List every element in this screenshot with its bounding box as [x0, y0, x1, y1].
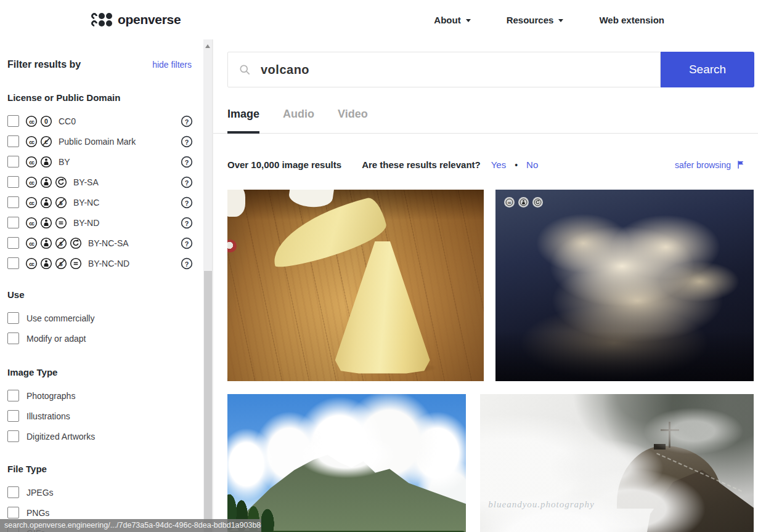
cc-icon	[504, 197, 515, 208]
result-image-volcano-landscape[interactable]	[227, 394, 466, 532]
help-icon[interactable]	[181, 135, 193, 148]
use-filter-list: Use commercially Modify or adapt	[7, 308, 203, 349]
openverse-logo[interactable]: openverse	[91, 12, 181, 27]
hide-filters-link[interactable]: hide filters	[152, 60, 192, 70]
nav-resources[interactable]: Resources	[507, 15, 564, 25]
attribution-icon	[40, 196, 52, 209]
license-icons	[25, 196, 67, 209]
cc-icon	[25, 115, 38, 127]
license-icons	[25, 135, 52, 148]
image-type-heading: Image Type	[7, 367, 203, 377]
cc-icon	[25, 156, 38, 168]
zero-icon	[40, 115, 52, 127]
sidebar-scrollbar[interactable]	[203, 39, 213, 532]
filters-title: Filter results by	[7, 59, 81, 70]
relevant-no-link[interactable]: No	[526, 159, 538, 170]
tab-image[interactable]: Image	[227, 108, 259, 133]
result-image-misty-summit[interactable]: blueandyou.photography	[480, 394, 754, 532]
use-commercially-checkbox[interactable]	[7, 312, 19, 324]
by-checkbox[interactable]	[7, 156, 19, 167]
pngs-checkbox[interactable]	[7, 507, 19, 518]
chevron-down-icon	[466, 19, 471, 22]
scrollbar-up-arrow-icon[interactable]	[205, 44, 210, 48]
chevron-down-icon	[558, 19, 563, 22]
help-icon[interactable]	[181, 196, 193, 209]
media-type-tabs: Image Audio Video	[213, 108, 758, 134]
relevant-yes-link[interactable]: Yes	[491, 159, 506, 170]
filter-row-by[interactable]: BY	[7, 151, 203, 172]
filter-row-digitized-artworks[interactable]: Digitized Artworks	[7, 426, 203, 446]
cc-icon	[25, 237, 38, 249]
help-icon[interactable]	[181, 217, 193, 229]
modify-adapt-checkbox[interactable]	[7, 332, 19, 344]
tab-video[interactable]: Video	[338, 108, 368, 133]
search-box[interactable]	[227, 52, 661, 87]
by-nc-checkbox[interactable]	[7, 196, 19, 208]
filter-row-photographs[interactable]: Photographs	[7, 385, 203, 406]
license-icons	[25, 176, 67, 188]
search-input[interactable]	[261, 63, 660, 77]
flag-icon	[736, 160, 746, 169]
nav-web-extension[interactable]: Web extension	[599, 15, 664, 25]
attribution-icon	[40, 217, 52, 229]
digitized-artworks-checkbox[interactable]	[7, 430, 19, 442]
filter-row-modify-adapt[interactable]: Modify or adapt	[7, 328, 203, 349]
filter-row-pdm[interactable]: Public Domain Mark	[7, 131, 203, 151]
separator-dot: •	[515, 160, 518, 170]
by-nd-checkbox[interactable]	[7, 217, 19, 228]
help-icon[interactable]	[181, 257, 193, 270]
filter-row-illustrations[interactable]: Illustrations	[7, 406, 203, 426]
openverse-search-page: openverse About Resources Web extension …	[0, 0, 758, 532]
filter-row-by-nc[interactable]: BY-NC	[7, 192, 203, 212]
by-nc-nd-checkbox[interactable]	[7, 257, 19, 269]
search-button[interactable]: Search	[661, 52, 754, 87]
photographs-checkbox[interactable]	[7, 390, 19, 401]
cc-icon	[25, 196, 38, 209]
main-content: Search Image Audio Video Over 10,000 ima…	[213, 39, 758, 532]
result-image-foam-volcano[interactable]	[227, 190, 484, 381]
filter-row-jpegs[interactable]: JPEGs	[7, 482, 203, 502]
top-header: openverse About Resources Web extension	[0, 0, 758, 39]
cc0-checkbox[interactable]	[7, 115, 19, 127]
illustrations-checkbox[interactable]	[7, 410, 19, 422]
by-nc-sa-checkbox[interactable]	[7, 237, 19, 249]
filters-sidebar: Filter results by hide filters License o…	[0, 39, 203, 532]
help-icon[interactable]	[181, 237, 193, 249]
nav-about[interactable]: About	[434, 15, 470, 25]
share-alike-icon	[70, 237, 82, 249]
license-icons	[25, 115, 52, 127]
search-bar: Search	[227, 52, 754, 87]
search-icon	[238, 63, 251, 76]
by-sa-checkbox[interactable]	[7, 176, 19, 188]
attribution-icon	[40, 257, 52, 270]
license-badge-overlay	[504, 197, 543, 208]
share-alike-icon	[532, 197, 543, 208]
filter-row-by-nd[interactable]: BY-ND	[7, 212, 203, 233]
scrollbar-thumb[interactable]	[204, 271, 212, 532]
filter-row-use-commercially[interactable]: Use commercially	[7, 308, 203, 328]
no-derivatives-icon	[55, 217, 67, 229]
help-icon[interactable]	[181, 156, 193, 168]
filter-row-by-nc-nd[interactable]: BY-NC-ND	[7, 253, 203, 273]
cc-icon	[25, 176, 38, 188]
no-derivatives-icon	[70, 257, 82, 270]
filter-row-by-nc-sa[interactable]: BY-NC-SA	[7, 233, 203, 253]
filter-row-by-sa[interactable]: BY-SA	[7, 172, 203, 192]
attribution-icon	[40, 176, 52, 188]
safer-browsing-toggle[interactable]: safer browsing	[675, 160, 746, 170]
pdm-checkbox[interactable]	[7, 135, 19, 147]
help-icon[interactable]	[181, 176, 193, 188]
tab-audio[interactable]: Audio	[283, 108, 314, 133]
jpegs-checkbox[interactable]	[7, 486, 19, 498]
result-image-storm-cloud[interactable]	[495, 190, 754, 381]
cc-icon	[25, 135, 38, 148]
non-commercial-icon	[55, 237, 67, 249]
help-icon[interactable]	[181, 115, 193, 127]
filter-row-cc0[interactable]: CC0	[7, 111, 203, 131]
license-icons	[25, 156, 52, 168]
public-domain-icon	[40, 135, 52, 148]
file-type-heading: File Type	[7, 464, 203, 474]
image-type-list: Photographs Illustrations Digitized Artw…	[7, 385, 203, 446]
logo-wordmark: openverse	[118, 12, 181, 27]
license-section-heading: License or Public Domain	[7, 92, 203, 103]
